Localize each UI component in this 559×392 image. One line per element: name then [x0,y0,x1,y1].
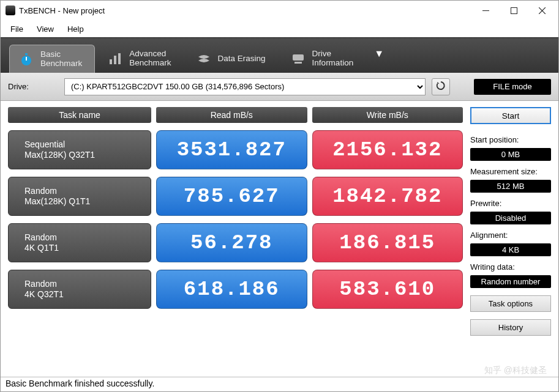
close-button[interactable] [528,1,556,20]
app-icon [6,6,15,15]
task-options-button[interactable]: Task options [470,295,551,312]
tab-bar: Basic Benchmark Advanced Benchmark Data … [1,37,558,73]
menu-bar: File View Help [1,20,558,37]
menu-help[interactable]: Help [61,22,90,36]
result-row: Random4K Q1T1 56.278 186.815 [8,223,463,262]
maximize-button[interactable] [500,1,528,20]
svg-rect-10 [293,54,304,61]
start-button[interactable]: Start [470,107,551,124]
file-mode-button[interactable]: FILE mode [474,79,551,95]
measurement-size-label: Measurement size: [470,167,551,176]
side-panel: Start Start position: 0 MB Measurement s… [470,107,551,374]
refresh-button[interactable] [432,78,450,95]
start-position-label: Start position: [470,135,551,144]
tab-label: Basic Benchmark [40,50,82,68]
read-value[interactable]: 56.278 [156,223,307,262]
prewrite-value[interactable]: Disabled [470,212,551,224]
tab-label: Drive Information [312,50,354,68]
task-cell[interactable]: Random4K Q1T1 [8,223,151,262]
tab-basic-benchmark[interactable]: Basic Benchmark [9,45,95,73]
alignment-label: Alignment: [470,231,551,240]
write-value[interactable]: 1842.782 [312,177,463,216]
status-bar: Basic Benchmark finished successfully. [1,377,558,391]
tab-label: Data Erasing [218,54,266,64]
tab-data-erasing[interactable]: Data Erasing [187,45,278,73]
task-cell[interactable]: RandomMax(128K) Q1T1 [8,177,151,216]
prewrite-label: Prewrite: [470,199,551,208]
refresh-icon [436,81,446,92]
drive-icon [290,51,306,67]
drive-bar: Drive: (C:) KPART512GBC2DVT 150.00 GB (3… [1,73,558,101]
svg-rect-11 [295,62,302,64]
read-value[interactable]: 3531.827 [156,130,307,169]
window-title: TxBENCH - New project [19,6,105,15]
menu-file[interactable]: File [4,22,29,36]
result-row: SequentialMax(128K) Q32T1 3531.827 2156.… [8,130,463,169]
svg-rect-1 [511,7,517,13]
write-value[interactable]: 2156.132 [312,130,463,169]
results-area: Task name Read mB/s Write mB/s Sequentia… [8,107,463,374]
header-task: Task name [8,107,151,123]
read-value[interactable]: 785.627 [156,177,307,216]
erase-icon [196,51,212,67]
svg-rect-8 [114,56,116,64]
tab-dropdown-arrow-icon[interactable]: ▼ [374,48,384,63]
header-write: Write mB/s [312,107,463,123]
result-row: RandomMax(128K) Q1T1 785.627 1842.782 [8,177,463,216]
header-read: Read mB/s [156,107,307,123]
svg-rect-7 [110,59,112,64]
drive-label: Drive: [8,82,58,91]
bars-icon [107,51,123,67]
task-cell[interactable]: Random4K Q32T1 [8,270,151,309]
read-value[interactable]: 618.186 [156,270,307,309]
title-bar: TxBENCH - New project [1,1,558,20]
svg-rect-5 [25,53,28,55]
write-value[interactable]: 583.610 [312,270,463,309]
measurement-size-value[interactable]: 512 MB [470,180,551,193]
writing-data-value[interactable]: Random number [470,275,551,288]
writing-data-label: Writing data: [470,262,551,272]
stopwatch-icon [18,51,34,67]
alignment-value[interactable]: 4 KB [470,243,551,256]
tab-label: Advanced Benchmark [129,50,171,68]
task-cell[interactable]: SequentialMax(128K) Q32T1 [8,130,151,169]
minimize-button[interactable] [471,1,500,20]
start-position-value[interactable]: 0 MB [470,148,551,161]
svg-rect-9 [118,53,121,64]
result-row: Random4K Q32T1 618.186 583.610 [8,270,463,309]
write-value[interactable]: 186.815 [312,223,463,262]
tab-advanced-benchmark[interactable]: Advanced Benchmark [99,45,183,73]
tab-drive-information[interactable]: Drive Information [282,45,366,73]
drive-select[interactable]: (C:) KPART512GBC2DVT 150.00 GB (314,576,… [64,78,426,95]
history-button[interactable]: History [470,319,551,336]
menu-view[interactable]: View [31,22,60,36]
